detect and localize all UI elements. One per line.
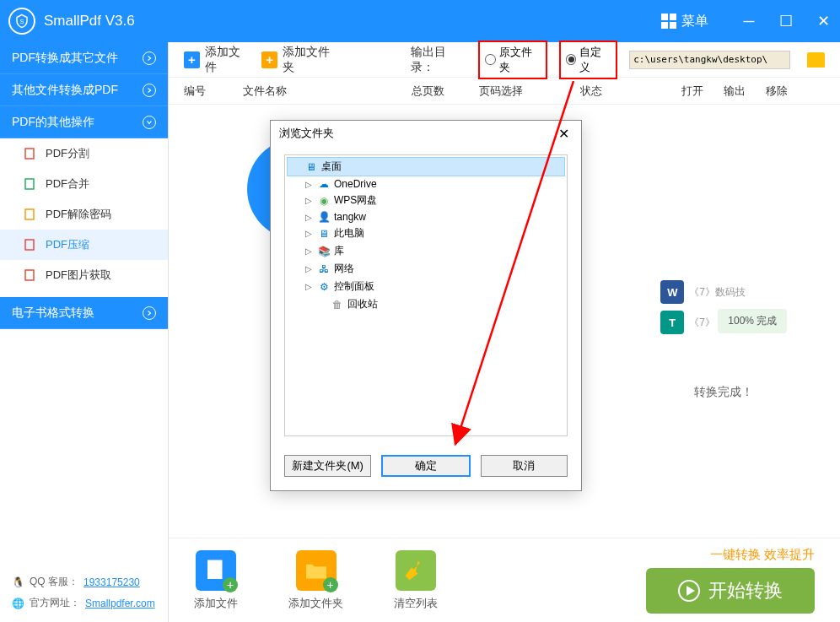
tree-item[interactable]: ▷◉WPS网盘	[287, 192, 565, 209]
tree-item-label: tangkw	[334, 211, 366, 223]
sidebar-group-label: 其他文件转换成PDF	[12, 83, 118, 98]
bottom-label: 添加文件	[194, 596, 238, 611]
start-label: 开始转换	[708, 578, 783, 603]
result-filename: 《7》	[689, 316, 715, 330]
sidebar-item-pdf-merge[interactable]: PDF合并	[0, 169, 168, 199]
close-button[interactable]: ✕	[815, 13, 832, 30]
folder-icon: 🖧	[317, 263, 331, 275]
sidebar: PDF转换成其它文件 其他文件转换成PDF PDF的其他操作 PDF分割 PDF…	[0, 42, 169, 622]
tree-item[interactable]: 🗑回收站	[287, 295, 565, 313]
split-icon	[24, 147, 37, 160]
th-index: 编号	[184, 84, 243, 99]
bottom-clear-list[interactable]: 清空列表	[394, 550, 438, 611]
plus-icon: +	[261, 51, 277, 68]
compress-icon	[24, 238, 37, 252]
cancel-button[interactable]: 取消	[481, 455, 568, 477]
svg-rect-4	[25, 240, 34, 250]
maximize-button[interactable]: ☐	[778, 13, 794, 30]
radio-checked-icon	[566, 54, 576, 65]
sidebar-group-pdf-to-other[interactable]: PDF转换成其它文件	[0, 42, 168, 74]
sidebar-item-pdf-unlock[interactable]: PDF解除密码	[0, 199, 168, 230]
progress-badge: 100% 完成	[718, 309, 787, 333]
folder-icon: 🖥	[304, 161, 318, 173]
app-logo: S	[8, 8, 35, 35]
sidebar-group-label: PDF的其他操作	[12, 115, 94, 130]
add-file-label: 添加文件	[205, 45, 250, 75]
result-filename: 《7》数码技	[689, 285, 746, 300]
dialog-title-text: 浏览文件夹	[279, 126, 334, 141]
tree-item-label: 此电脑	[334, 226, 364, 241]
done-text: 转换完成！	[660, 385, 787, 400]
play-icon	[678, 580, 700, 602]
th-remove: 移除	[766, 84, 808, 99]
tree-item[interactable]: 🖥桌面	[287, 157, 565, 176]
th-output: 输出	[724, 84, 766, 99]
folder-tree[interactable]: 🖥桌面▷☁OneDrive▷◉WPS网盘▷👤tangkw▷🖥此电脑▷📚库▷🖧网络…	[284, 154, 568, 436]
sidebar-group-other-to-pdf[interactable]: 其他文件转换成PDF	[0, 74, 168, 106]
dialog-close-button[interactable]: ✕	[555, 126, 573, 142]
sidebar-group-label: PDF转换成其它文件	[12, 51, 118, 66]
th-pages: 总页数	[412, 84, 479, 99]
svg-rect-2	[25, 179, 34, 189]
sidebar-item-pdf-compress[interactable]: PDF压缩	[0, 230, 168, 260]
sidebar-item-pdf-split[interactable]: PDF分割	[0, 138, 168, 169]
add-file-button[interactable]: + 添加文件	[184, 45, 250, 75]
add-folder-icon: +	[296, 550, 337, 591]
tagline-text: 一键转换 效率提升	[646, 547, 815, 563]
tree-item[interactable]: ▷☁OneDrive	[287, 176, 565, 192]
tree-item[interactable]: ▷📚库	[287, 242, 565, 260]
folder-icon: 🗑	[331, 299, 344, 311]
sidebar-footer: 🐧 QQ 客服： 1933175230 🌐 官方网址： Smallpdfer.c…	[0, 563, 168, 622]
result-file-row: W 《7》数码技	[660, 280, 787, 304]
word-icon: W	[660, 280, 684, 304]
titlebar: S SmallPdf V3.6 菜单 ─ ☐ ✕	[0, 0, 840, 42]
broom-icon	[396, 550, 436, 591]
browse-folder-icon[interactable]	[807, 52, 825, 68]
radio-original-folder[interactable]: 原文件夹	[478, 41, 547, 79]
add-folder-button[interactable]: + 添加文件夹	[261, 45, 338, 75]
sidebar-item-label: PDF解除密码	[46, 207, 111, 222]
sidebar-group-ebook[interactable]: 电子书格式转换	[0, 297, 168, 329]
radio-custom-label: 自定义	[579, 45, 611, 75]
new-folder-button[interactable]: 新建文件夹(M)	[284, 455, 371, 477]
tree-toggle-icon: ▷	[304, 213, 314, 222]
tree-item-label: 网络	[334, 262, 354, 276]
qq-link[interactable]: 1933175230	[83, 576, 140, 588]
tree-item[interactable]: ▷👤tangkw	[287, 209, 565, 224]
folder-icon: 📚	[317, 246, 331, 257]
bottom-add-folder[interactable]: + 添加文件夹	[288, 550, 343, 611]
tree-item[interactable]: ▷🖥此电脑	[287, 224, 565, 242]
tree-item-label: WPS网盘	[334, 193, 377, 208]
sidebar-group-pdf-other-ops[interactable]: PDF的其他操作	[0, 106, 168, 138]
folder-icon: ◉	[317, 195, 331, 207]
menu-button[interactable]: 菜单	[654, 9, 715, 34]
bottom-add-file[interactable]: + 添加文件	[194, 550, 238, 611]
ok-button[interactable]: 确定	[381, 455, 470, 477]
sidebar-item-pdf-images[interactable]: PDF图片获取	[0, 260, 168, 290]
add-folder-label: 添加文件夹	[283, 45, 338, 75]
chevron-down-icon	[143, 116, 156, 129]
chevron-icon	[143, 84, 156, 97]
images-icon	[24, 268, 37, 282]
window-controls: ─ ☐ ✕	[740, 13, 832, 30]
browse-folder-dialog: 浏览文件夹 ✕ 🖥桌面▷☁OneDrive▷◉WPS网盘▷👤tangkw▷🖥此电…	[270, 120, 582, 491]
minimize-button[interactable]: ─	[740, 13, 757, 30]
svg-rect-6	[207, 560, 223, 579]
svg-rect-3	[25, 209, 34, 219]
start-convert-button[interactable]: 开始转换	[646, 568, 815, 614]
tree-item[interactable]: ▷🖧网络	[287, 260, 565, 278]
tree-toggle-icon: ▷	[304, 180, 314, 189]
output-path-input[interactable]	[629, 51, 790, 69]
globe-icon: 🌐	[12, 598, 24, 609]
table-header: 编号 文件名称 总页数 页码选择 状态 打开 输出 移除	[169, 78, 840, 105]
chevron-icon	[143, 51, 156, 65]
unlock-icon	[24, 208, 37, 221]
output-dir-label: 输出目录：	[411, 45, 467, 75]
svg-text:S: S	[19, 18, 24, 25]
tree-item[interactable]: ▷⚙控制面板	[287, 278, 565, 295]
site-link[interactable]: Smallpdfer.com	[85, 598, 155, 609]
sidebar-item-label: PDF压缩	[46, 237, 89, 252]
tree-toggle-icon: ▷	[304, 196, 314, 205]
radio-custom-folder[interactable]: 自定义	[559, 41, 617, 79]
tree-item-label: 库	[334, 244, 344, 258]
